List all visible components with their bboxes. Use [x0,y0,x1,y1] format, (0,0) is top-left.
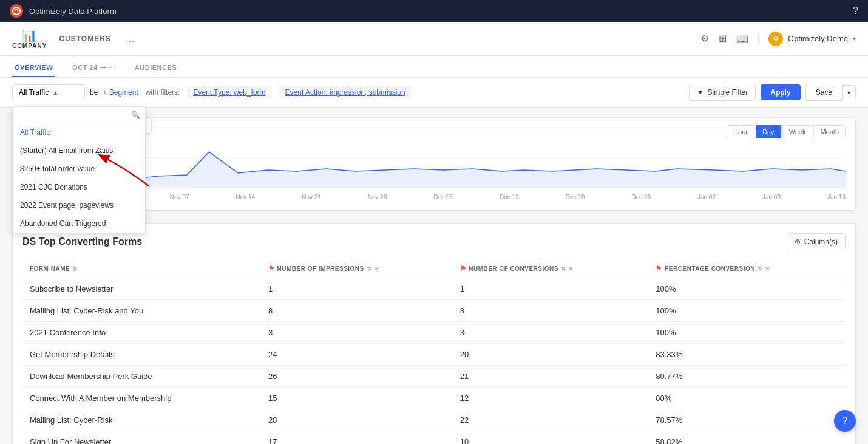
dropdown-item-abandoned-cart[interactable]: Abandoned Cart Triggered [13,214,145,233]
cell-impressions: 3 [261,322,453,344]
remove-icon-conversions[interactable]: ✕ [568,265,574,272]
sort-icon-impressions[interactable]: ⇅ [367,265,372,272]
chart-line-svg [41,128,846,188]
company-name: COMPANY [12,43,47,49]
search-icon: 🔍 [131,111,140,119]
segment-suffix: be [90,88,98,97]
add-segment-button[interactable]: + Segment [103,88,138,97]
col-conversions: ⚑ NUMBER OF CONVERSIONS ⇅ ✕ [453,260,649,278]
dropdown-item-all-traffic[interactable]: All Traffic [13,123,145,142]
save-btn-group: Save ▾ [805,84,856,101]
company-icon: 📊 [22,28,37,43]
cell-impressions: 24 [261,344,453,366]
cell-conversions: 20 [453,344,649,366]
remove-icon-impressions[interactable]: ✕ [374,265,379,272]
dropdown-search-input[interactable] [18,111,127,119]
dropdown-item-250-order[interactable]: $250+ total order value [13,160,145,178]
cell-form-name: Get Membership Details [22,344,261,366]
segment-dropdown-menu: 🔍 All Traffic (Starter) All Email from Z… [12,106,146,233]
tab-audiences[interactable]: AUDIENCES [132,59,179,77]
chart-area: 200 100 0 Oct 24 [22,128,846,200]
columns-plus-icon: ⊕ [795,237,801,246]
cell-impressions: 8 [261,300,453,322]
company-logo: 📊 COMPANY [12,28,47,49]
cell-conversions: 3 [453,322,649,344]
cell-conversions: 1 [453,278,649,300]
user-avatar: O [768,32,783,46]
filter-icon-percentage: ⚑ [656,265,662,273]
col-percentage: ⚑ PERCENTAGE CONVERSION ⇅ ✕ [648,260,846,278]
cell-conversions: 10 [453,431,649,445]
user-menu[interactable]: O Optimizely Demo ▾ [768,32,856,46]
sort-icon-percentage[interactable]: ⇅ [758,265,763,272]
converting-forms-table: FORM NAME ⇅ ⚑ NUMBER OF IMPRESSIONS ⇅ ✕ [22,260,846,444]
cell-form-name: Sign Up For Newsletter [22,431,261,445]
cell-percentage: 58.82% [648,431,846,445]
tab-date-range[interactable]: OCT 24 — ··· [70,59,118,77]
table-header-row: FORM NAME ⇅ ⚑ NUMBER OF IMPRESSIONS ⇅ ✕ [22,260,846,278]
table-row: 2021 Conference Info 3 3 100% [22,322,846,344]
cell-impressions: 26 [261,366,453,388]
cell-percentage: 100% [648,322,846,344]
dropdown-search-container: 🔍 [13,107,145,123]
filter-event-action[interactable]: Event Action: impression, submission [279,86,412,99]
remove-icon-percentage[interactable]: ✕ [765,265,770,272]
segment-section: All Traffic ▲ 🔍 All Traffic (Starter) Al… [12,84,138,100]
nav-customers[interactable]: CUSTOMERS [59,35,110,43]
table-row: Connect With A Member on Membership 15 1… [22,388,846,409]
settings-icon[interactable]: ⚙ [700,33,709,44]
filter-icon-impressions: ⚑ [268,265,275,273]
book-icon[interactable]: 📖 [736,33,748,44]
nav-left: 📊 COMPANY CUSTOMERS ... [12,28,135,49]
cell-form-name: Connect With A Member on Membership [22,388,261,409]
x-label-nov21: Nov 21 [302,194,321,200]
x-label-nov14: Nov 14 [236,194,255,200]
apply-button[interactable]: Apply [761,84,800,100]
table-row: Get Membership Details 24 20 83.33% [22,344,846,366]
table-title: DS Top Converting Forms [22,236,142,247]
cell-percentage: 80.77% [648,366,846,388]
tab-overview[interactable]: OVERVIEW [12,59,55,77]
cell-impressions: 17 [261,431,453,445]
dropdown-item-2022-event[interactable]: 2022 Event page, pageviews [13,196,145,214]
col-impressions: ⚑ NUMBER OF IMPRESSIONS ⇅ ✕ [261,260,453,278]
secondary-navigation: 📊 COMPANY CUSTOMERS ... ⚙ ⊞ 📖 O Optimize… [0,22,868,56]
help-icon[interactable]: ? [853,5,858,16]
cell-impressions: 1 [261,278,453,300]
x-label-jan09: Jan 09 [762,194,781,200]
table-row: Mailing List: Cyber-Risk and You 8 8 100… [22,300,846,322]
table-row: Subscribe to Newsletter 1 1 100% [22,278,846,300]
grid-icon[interactable]: ⊞ [719,33,727,44]
help-button[interactable]: ? [834,410,856,432]
chart-x-labels: Oct 24 Oct 31 Nov 07 Nov 14 Nov 21 Nov 2… [41,194,846,200]
simple-filter-button[interactable]: ▼ Simple Filter [689,84,756,101]
table-row: Sign Up For Newsletter 17 10 58.82% [22,431,846,445]
dropdown-item-starter-email[interactable]: (Starter) All Email from Zaius [13,142,145,160]
x-label-nov07: Nov 07 [170,194,189,200]
x-label-jan02: Jan 02 [697,194,716,200]
x-label-dec26: Dec 26 [631,194,651,200]
segment-selected-label: All Traffic [19,88,49,97]
sort-icon-form-name[interactable]: ⇅ [72,265,78,272]
columns-button[interactable]: ⊕ Column(s) [787,233,846,250]
cell-form-name: 2021 Conference Info [22,322,261,344]
dropdown-item-2021-cjc[interactable]: 2021 CJC Donations [13,178,145,196]
nav-divider [758,33,759,45]
cell-form-name: Mailing List: Cyber-Risk and You [22,300,261,322]
filter-event-type[interactable]: Event Type: web_form [187,86,271,99]
save-button[interactable]: Save [805,84,843,101]
table-body: Subscribe to Newsletter 1 1 100% Mailing… [22,278,846,445]
filter-funnel-icon: ▼ [697,88,704,97]
nav-right: ⚙ ⊞ 📖 O Optimizely Demo ▾ [700,32,856,46]
cell-percentage: 83.33% [648,344,846,366]
sort-icon-conversions[interactable]: ⇅ [561,265,566,272]
dropdown-chevron-icon: ▲ [52,89,58,96]
nav-more-dots[interactable]: ... [126,32,135,45]
save-dropdown-button[interactable]: ▾ [843,85,856,100]
app-logo [10,4,23,18]
cell-form-name: Subscribe to Newsletter [22,278,261,300]
col-form-name: FORM NAME ⇅ [22,260,261,278]
segment-dropdown-btn[interactable]: All Traffic ▲ [12,84,85,100]
x-label-dec19: Dec 19 [566,194,585,200]
user-name: Optimizely Demo [788,34,848,43]
